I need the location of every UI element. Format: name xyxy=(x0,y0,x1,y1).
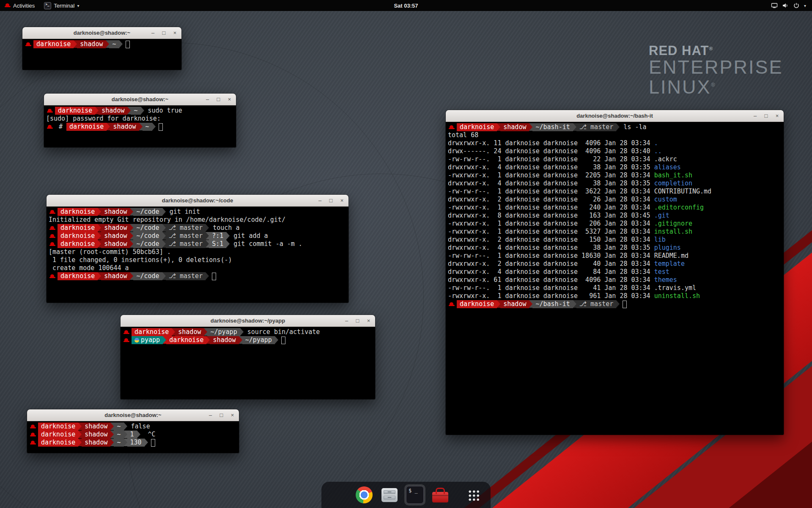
prompt-segment: darknoise xyxy=(457,123,497,131)
prompt-segment: darknoise xyxy=(132,328,172,336)
brand-line2: ENTERPRISE xyxy=(649,58,783,77)
maximize-button[interactable]: □ xyxy=(763,112,770,119)
maximize-button[interactable]: □ xyxy=(160,29,167,36)
terminal-line: -rw-rw-r--. 1 darknoise darknoise 18630 … xyxy=(448,252,782,260)
prompt-segment: pyapp xyxy=(132,336,163,344)
terminal-cursor xyxy=(623,301,627,308)
close-button[interactable]: × xyxy=(365,317,372,324)
clock[interactable]: Sat 03:57 xyxy=(394,3,418,9)
terminal-text: -rwxrwxr-x. 1 darknoise darknoise 240 Ja… xyxy=(448,204,654,212)
maximize-button[interactable]: □ xyxy=(327,197,335,204)
close-button[interactable]: × xyxy=(171,29,178,36)
redhat-prompt-icon xyxy=(30,432,36,437)
terminal-text: -rwxrwxr-x. 1 darknoise darknoise 961 Ja… xyxy=(448,292,654,300)
terminal-content[interactable]: darknoiseshadow~/bash-it⎇ master ls -lat… xyxy=(446,122,784,435)
powerline-arrow-icon xyxy=(573,123,576,131)
activities-button[interactable]: Activities xyxy=(0,0,39,11)
terminal-text: drwxrwxr-x. 4 darknoise darknoise 38 Jan… xyxy=(448,179,654,188)
terminal-text: ^C xyxy=(140,431,156,439)
window-titlebar[interactable]: darknoise@shadow:~–□× xyxy=(27,409,239,421)
power-icon xyxy=(793,2,800,9)
terminal-line: darknoiseshadow~/code⎇ master xyxy=(49,272,346,280)
executable-name: bash_it.sh xyxy=(654,171,692,179)
terminal-text: drwxrwxr-x. 8 darknoise darknoise 163 Ja… xyxy=(448,212,654,220)
powerline-arrow-icon xyxy=(145,439,148,446)
prompt-segment: 130 xyxy=(127,439,145,447)
terminal-content[interactable]: darknoiseshadow~/pyapp source bin/activa… xyxy=(121,327,375,399)
prompt-segment: darknoise xyxy=(38,422,78,431)
prompt-segment: ⎇ master xyxy=(576,123,617,131)
minimize-button[interactable]: – xyxy=(204,96,211,103)
prompt-segment: shadow xyxy=(210,336,239,344)
executable-name: .gitignore xyxy=(654,220,692,228)
minimize-button[interactable]: – xyxy=(207,411,214,419)
directory-name: . xyxy=(654,139,658,147)
window-titlebar[interactable]: darknoise@shadow:~–□× xyxy=(22,27,181,39)
prompt-segment: darknoise xyxy=(58,240,98,248)
terminal-line: drwxrwxr-x. 2 darknoise darknoise 40 Jan… xyxy=(448,260,782,268)
powerline-arrow-icon xyxy=(616,123,620,131)
prompt-segment: darknoise xyxy=(33,40,74,48)
terminal-line: drwxrwxr-x. 4 darknoise darknoise 84 Jan… xyxy=(448,268,782,276)
powerline-arrow-icon xyxy=(127,107,131,114)
minimize-button[interactable]: – xyxy=(343,317,350,324)
prompt-segment: ~ xyxy=(109,40,119,48)
prompt-segment: shadow xyxy=(82,422,110,431)
window-titlebar[interactable]: darknoise@shadow:~/bash-it–□× xyxy=(446,110,784,122)
powerline-arrow-icon xyxy=(107,123,110,130)
prompt-segment: ⎇ master xyxy=(576,300,617,308)
terminal-text: .travis.yml xyxy=(654,284,696,292)
maximize-button[interactable]: □ xyxy=(215,96,222,103)
system-status-area[interactable]: ▾ xyxy=(771,0,812,11)
terminal-content[interactable]: darknoiseshadow~ xyxy=(22,39,181,70)
powerline-arrow-icon xyxy=(206,336,210,344)
close-button[interactable]: × xyxy=(226,96,233,103)
terminal-line: -rwxrwxr-x. 1 darknoise darknoise 240 Ja… xyxy=(448,204,782,212)
powerline-arrow-icon xyxy=(130,240,133,248)
app-grid-icon xyxy=(467,489,479,501)
maximize-button[interactable]: □ xyxy=(218,411,225,419)
minimize-button[interactable]: – xyxy=(149,29,156,36)
firefox-icon xyxy=(330,486,347,503)
terminal-text: README.md xyxy=(654,252,689,260)
prompt-segment: ~ xyxy=(114,439,123,447)
dock-toolbox[interactable] xyxy=(430,484,451,505)
minimize-button[interactable]: – xyxy=(316,197,324,204)
prompt-segment: ~/pyapp xyxy=(207,328,240,336)
terminal-line: -rw-rw-r--. 1 darknoise darknoise 22 Jan… xyxy=(448,155,782,163)
close-button[interactable]: × xyxy=(229,411,236,419)
dock-app-grid[interactable] xyxy=(463,484,484,505)
powerline-arrow-icon xyxy=(275,336,278,344)
terminal-content[interactable]: darknoiseshadow~ falsedarknoiseshadow~1 … xyxy=(27,421,239,453)
terminal-content[interactable]: darknoiseshadow~/code git initInitialize… xyxy=(47,207,348,303)
powerline-arrow-icon xyxy=(119,40,123,48)
dock-files[interactable] xyxy=(379,484,400,505)
dock-terminal[interactable] xyxy=(404,484,425,505)
terminal-cursor xyxy=(212,273,216,280)
app-menu-terminal[interactable]: Terminal ▾ xyxy=(39,0,84,11)
close-button[interactable]: × xyxy=(774,112,781,119)
desktop: RED HAT® ENTERPRISE LINUX® Activities Te… xyxy=(0,0,812,508)
prompt-segment: ⎇ master xyxy=(166,232,206,240)
terminal-window: darknoise@shadow:~–□×darknoiseshadow~ fa… xyxy=(27,409,239,453)
window-titlebar[interactable]: darknoise@shadow:~–□× xyxy=(44,94,236,105)
close-button[interactable]: × xyxy=(338,197,346,204)
minimize-button[interactable]: – xyxy=(752,112,759,119)
terminal-text: CONTRIBUTING.md xyxy=(654,188,711,196)
window-titlebar[interactable]: darknoise@shadow:~/code–□× xyxy=(47,195,348,207)
powerline-arrow-icon xyxy=(162,224,166,232)
terminal-content[interactable]: darknoiseshadow~ sudo true[sudo] passwor… xyxy=(44,105,236,147)
maximize-button[interactable]: □ xyxy=(354,317,361,324)
terminal-window: darknoise@shadow:~–□×darknoiseshadow~ xyxy=(22,27,181,70)
terminal-line: darknoiseshadow~/code⎇ master?:1 git add… xyxy=(49,232,346,240)
dock-firefox[interactable] xyxy=(328,484,349,505)
dock-chrome[interactable] xyxy=(354,484,375,505)
terminal-text: [sudo] password for darknoise: xyxy=(46,115,161,123)
redhat-prompt-icon xyxy=(30,440,36,445)
prompt-segment: ~ xyxy=(114,422,123,431)
terminal-line: darknoiseshadow~ false xyxy=(29,422,237,431)
window-titlebar[interactable]: darknoise@shadow:~/pyapp–□× xyxy=(121,315,375,327)
app-menu-label: Terminal xyxy=(54,3,74,9)
powerline-arrow-icon xyxy=(573,300,576,308)
terminal-text: -rwxrwxr-x. 1 darknoise darknoise 206 Ja… xyxy=(448,220,654,228)
